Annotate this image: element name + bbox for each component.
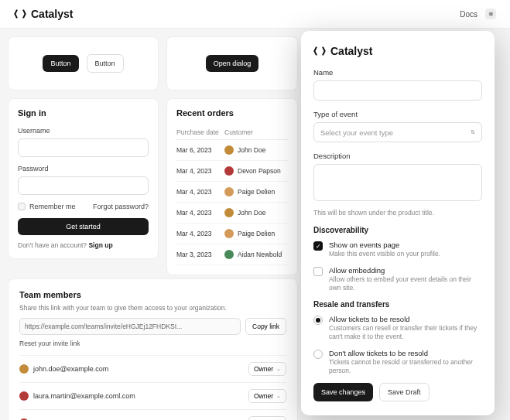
- order-date: Mar 4, 2023: [176, 230, 224, 237]
- username-input[interactable]: [18, 138, 149, 157]
- description-textarea[interactable]: [313, 164, 482, 201]
- avatar: [224, 208, 234, 217]
- description-hint: This will be shown under the product tit…: [313, 209, 482, 217]
- avatar: [224, 229, 234, 238]
- drawer-brand: Catalyst: [313, 45, 482, 57]
- col-header-customer: Customer: [224, 128, 288, 136]
- description-label: Description: [313, 152, 482, 160]
- docs-link[interactable]: Docs: [460, 10, 477, 19]
- list-item: laura.martin@example.coml.com Owner ⌄: [19, 382, 286, 409]
- orders-title: Recent orders: [176, 108, 288, 118]
- dialog-demo-card: Open dialog: [166, 36, 298, 90]
- customer-name: Aidan Newbold: [238, 251, 282, 258]
- signup-link[interactable]: Sign up: [88, 241, 112, 249]
- opt-title: Allow embedding: [329, 266, 482, 275]
- orders-card: Recent orders Purchase date Customer Mar…: [166, 98, 298, 275]
- invite-link-input[interactable]: [19, 318, 241, 335]
- save-draft-button[interactable]: Save Draft: [379, 383, 430, 401]
- team-title: Team members: [19, 290, 286, 299]
- catalyst-logo-icon: [313, 45, 326, 57]
- reset-invite-link[interactable]: Reset your invite link: [19, 340, 286, 347]
- name-input[interactable]: [313, 80, 482, 101]
- checkbox-checked-icon: ✓: [313, 241, 323, 251]
- order-date: Mar 6, 2023: [176, 146, 224, 154]
- name-label: Name: [313, 68, 482, 77]
- allow-embedding-checkbox[interactable]: Allow embedding Allow others to embed yo…: [313, 266, 482, 292]
- open-dialog-button[interactable]: Open dialog: [206, 55, 259, 72]
- list-item: devon.papson@example.com Owner ⌄: [19, 409, 286, 420]
- avatar: [19, 391, 29, 401]
- avatar: [19, 364, 29, 374]
- signup-hint: Don't have an account? Sign up: [18, 241, 149, 249]
- discoverability-heading: Discoverability: [313, 226, 482, 234]
- opt-desc: Allow others to embed your event details…: [329, 275, 482, 292]
- show-on-events-checkbox[interactable]: ✓ Show on events page Make this event vi…: [313, 241, 482, 258]
- opt-title: Show on events page: [329, 241, 482, 249]
- avatar: [224, 187, 234, 196]
- order-date: Mar 4, 2023: [176, 167, 224, 175]
- avatar: [224, 145, 234, 155]
- password-input[interactable]: [18, 176, 149, 195]
- catalyst-logo-icon: [14, 8, 26, 20]
- table-row[interactable]: Mar 6, 2023 John Doe: [176, 140, 288, 161]
- role-select[interactable]: Owner ⌄: [248, 362, 286, 376]
- theme-icon: ✱: [488, 11, 494, 18]
- col-header-date: Purchase date: [176, 128, 224, 136]
- table-row[interactable]: Mar 4, 2023 John Doe: [176, 203, 288, 224]
- team-card: Team members Share this link with your t…: [8, 278, 298, 420]
- password-label: Password: [18, 165, 149, 172]
- opt-title: Don't allow tickets to be resold: [329, 349, 482, 357]
- remember-me-checkbox[interactable]: Remember me: [18, 203, 76, 210]
- role-label: Owner: [254, 365, 273, 373]
- topbar: Catalyst Docs ✱: [0, 0, 510, 29]
- resale-heading: Resale and transfers: [313, 300, 482, 309]
- customer-name: John Doe: [238, 146, 265, 154]
- role-select[interactable]: Owner ⌄: [248, 416, 286, 420]
- chevron-down-icon: ⌄: [276, 366, 281, 372]
- select-placeholder: Select your event type: [320, 128, 393, 137]
- role-select[interactable]: Owner ⌄: [248, 389, 286, 403]
- forgot-password-link[interactable]: Forgot password?: [93, 203, 149, 210]
- customer-name: Paige Delien: [238, 230, 275, 237]
- opt-desc: Tickets cannot be resold or transferred …: [329, 358, 482, 375]
- radio-checked-icon: [313, 316, 323, 325]
- order-date: Mar 4, 2023: [176, 209, 224, 217]
- username-label: Username: [18, 127, 149, 135]
- signin-title: Sign in: [18, 108, 149, 118]
- customer-name: Devon Papson: [238, 167, 281, 175]
- customer-name: John Doe: [238, 209, 265, 217]
- checkbox-icon: [18, 203, 26, 210]
- disallow-resale-radio[interactable]: Don't allow tickets to be resold Tickets…: [313, 349, 482, 375]
- radio-icon: [313, 350, 323, 359]
- event-form-drawer: Catalyst Name Type of event Select your …: [301, 31, 495, 415]
- table-row[interactable]: Mar 4, 2023 Devon Papson: [176, 161, 288, 182]
- copy-link-button[interactable]: Copy link: [245, 318, 286, 335]
- primary-button[interactable]: Button: [43, 55, 78, 72]
- order-date: Mar 3, 2023: [176, 251, 224, 258]
- avatar: [224, 250, 234, 259]
- table-row[interactable]: Mar 3, 2023 Aidan Newbold: [176, 244, 288, 265]
- brand: Catalyst: [14, 8, 73, 20]
- signin-card: Sign in Username Password Remember me Fo…: [8, 98, 159, 259]
- avatar: [224, 166, 234, 176]
- checkbox-icon: [313, 267, 323, 276]
- save-changes-button[interactable]: Save changes: [313, 383, 373, 401]
- remember-label: Remember me: [29, 203, 76, 210]
- customer-name: Paige Delien: [238, 188, 275, 196]
- type-label: Type of event: [313, 110, 482, 118]
- chevron-updown-icon: ⇅: [471, 129, 475, 135]
- opt-title: Allow tickets to be resold: [329, 315, 482, 323]
- opt-desc: Customers can resell or transfer their t…: [329, 324, 482, 341]
- theme-toggle[interactable]: ✱: [485, 9, 496, 19]
- member-email: john.doe@example.com: [33, 365, 108, 373]
- event-type-select[interactable]: Select your event type ⇅: [313, 122, 482, 142]
- get-started-button[interactable]: Get started: [18, 218, 149, 235]
- secondary-button[interactable]: Button: [87, 54, 124, 73]
- member-email: laura.martin@example.coml.com: [33, 392, 135, 400]
- orders-header-row: Purchase date Customer: [176, 125, 288, 140]
- opt-desc: Make this event visible on your profile.: [329, 250, 482, 258]
- allow-resale-radio[interactable]: Allow tickets to be resold Customers can…: [313, 315, 482, 341]
- table-row[interactable]: Mar 4, 2023 Paige Delien: [176, 224, 288, 244]
- team-subtitle: Share this link with your team to give t…: [19, 304, 286, 312]
- table-row[interactable]: Mar 4, 2023 Paige Delien: [176, 182, 288, 203]
